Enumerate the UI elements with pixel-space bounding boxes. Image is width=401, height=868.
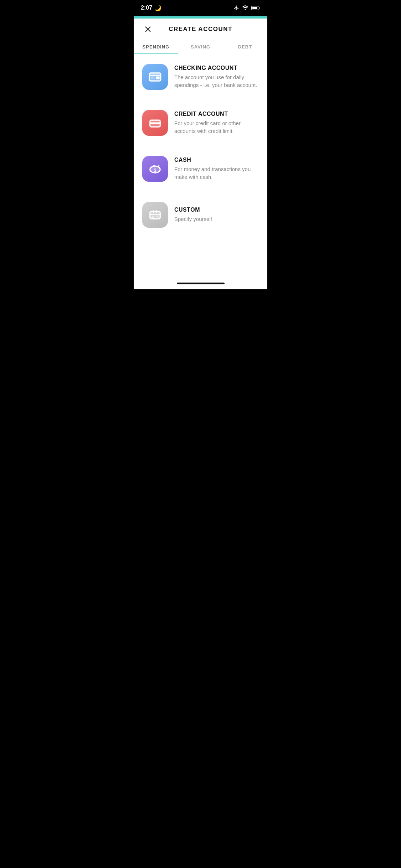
wallet-icon [148, 70, 162, 84]
status-icons [233, 5, 260, 11]
svg-rect-16 [156, 210, 158, 212]
cash-icon: $ [148, 162, 162, 176]
wifi-icon [242, 5, 248, 10]
page-title: CREATE ACCOUNT [142, 26, 259, 33]
checking-account-item[interactable]: CHECKING ACCOUNT The account you use for… [134, 54, 267, 100]
status-time: 2:07 🌙 [141, 5, 161, 11]
custom-account-name: CUSTOM [174, 207, 259, 213]
custom-account-desc: Specify yourself [174, 215, 259, 223]
green-peek-bar [134, 16, 267, 19]
custom-account-icon-container [142, 202, 168, 228]
credit-icon [148, 116, 162, 130]
custom-icon [148, 208, 162, 222]
custom-account-info: CUSTOM Specify yourself [174, 207, 259, 223]
credit-account-item[interactable]: CREDIT ACCOUNT For your credit card or o… [134, 100, 267, 146]
time-text: 2:07 [141, 5, 152, 11]
credit-account-desc: For your credit card or other accounts w… [174, 119, 259, 135]
home-indicator-bar [177, 283, 225, 284]
svg-rect-6 [151, 78, 154, 78]
checking-account-icon-container [142, 64, 168, 90]
cash-account-info: CASH For money and transactions you make… [174, 157, 259, 181]
close-icon [144, 25, 152, 33]
svg-rect-18 [152, 216, 154, 216]
credit-account-info: CREDIT ACCOUNT For your credit card or o… [174, 111, 259, 135]
home-indicator [134, 277, 267, 289]
checking-account-desc: The account you use for daily spendings … [174, 73, 259, 89]
svg-rect-15 [153, 210, 155, 212]
account-type-tabs: SPENDING SAVING DEBT [134, 40, 267, 54]
tab-spending[interactable]: SPENDING [134, 40, 178, 54]
close-button[interactable] [142, 24, 154, 35]
svg-rect-4 [156, 76, 160, 79]
airplane-icon [233, 5, 239, 11]
credit-account-icon-container [142, 110, 168, 136]
status-bar: 2:07 🌙 [134, 0, 267, 16]
cash-account-name: CASH [174, 157, 259, 163]
svg-rect-13 [150, 212, 160, 219]
checking-account-name: CHECKING ACCOUNT [174, 65, 259, 71]
credit-account-name: CREDIT ACCOUNT [174, 111, 259, 117]
svg-rect-19 [152, 217, 154, 218]
battery-icon [251, 6, 260, 10]
account-list: CHECKING ACCOUNT The account you use for… [134, 54, 267, 277]
cash-account-icon-container: $ [142, 156, 168, 182]
svg-rect-20 [156, 216, 158, 216]
tab-saving[interactable]: SAVING [178, 40, 223, 54]
svg-text:$: $ [154, 168, 156, 173]
phone-container: 2:07 🌙 [134, 0, 267, 289]
custom-account-item[interactable]: CUSTOM Specify yourself [134, 192, 267, 238]
checking-account-info: CHECKING ACCOUNT The account you use for… [174, 65, 259, 89]
svg-rect-9 [150, 122, 160, 124]
page-header: CREATE ACCOUNT [134, 19, 267, 33]
tab-debt[interactable]: DEBT [223, 40, 267, 54]
moon-icon: 🌙 [154, 5, 161, 11]
cash-account-desc: For money and transactions you make with… [174, 165, 259, 181]
cash-account-item[interactable]: $ CASH For money and transactions you ma… [134, 146, 267, 192]
